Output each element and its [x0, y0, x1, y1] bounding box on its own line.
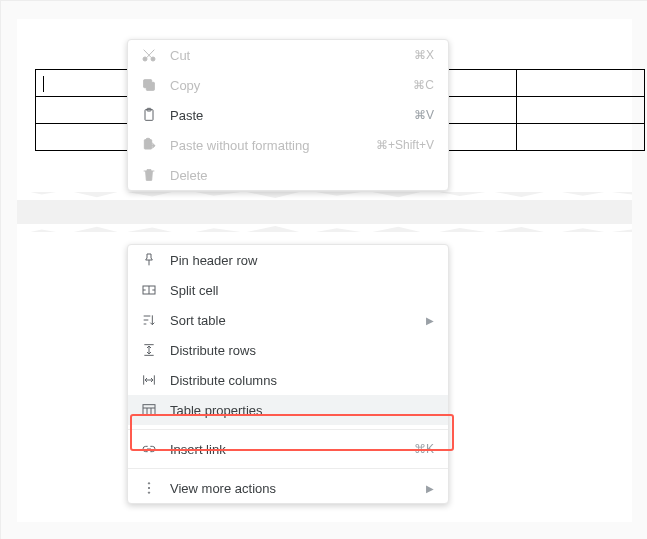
menu-item-label: Sort table	[170, 313, 426, 328]
menu-item-label: Cut	[170, 48, 414, 63]
more-icon	[140, 479, 158, 497]
menu-item-distribute-columns[interactable]: Distribute columns	[128, 365, 448, 395]
screenshot-canvas: ▾ Cut ⌘X Copy ⌘C Paste ⌘V Paste without …	[0, 0, 647, 539]
pin-icon	[140, 251, 158, 269]
distribute-rows-icon	[140, 341, 158, 359]
menu-item-paste-plain: Paste without formatting ⌘+Shift+V	[128, 130, 448, 160]
svg-rect-6	[146, 138, 149, 140]
menu-item-shortcut: ⌘V	[414, 108, 434, 122]
sort-icon	[140, 311, 158, 329]
menu-separator	[128, 429, 448, 430]
menu-item-sort-table[interactable]: Sort table ▶	[128, 305, 448, 335]
menu-item-pin-header[interactable]: Pin header row	[128, 245, 448, 275]
menu-item-shortcut: ⌘C	[413, 78, 434, 92]
menu-item-copy: Copy ⌘C	[128, 70, 448, 100]
torn-page-gap	[17, 192, 632, 232]
menu-item-more-actions[interactable]: View more actions ▶	[128, 473, 448, 503]
submenu-arrow-icon: ▶	[426, 315, 434, 326]
menu-item-label: Delete	[170, 168, 434, 183]
cut-icon	[140, 46, 158, 64]
menu-item-distribute-rows[interactable]: Distribute rows	[128, 335, 448, 365]
paste-icon	[140, 106, 158, 124]
delete-icon	[140, 166, 158, 184]
menu-item-split-cell[interactable]: Split cell	[128, 275, 448, 305]
menu-item-label: Table properties	[170, 403, 434, 418]
menu-item-paste[interactable]: Paste ⌘V	[128, 100, 448, 130]
menu-item-label: Insert link	[170, 442, 414, 457]
svg-point-10	[148, 487, 149, 488]
context-menu-bottom: Pin header row Split cell Sort table ▶ D…	[127, 244, 449, 504]
menu-item-shortcut: ⌘K	[414, 442, 434, 456]
svg-rect-5	[144, 140, 151, 149]
copy-icon	[140, 76, 158, 94]
svg-point-0	[143, 57, 147, 61]
menu-item-label: Distribute rows	[170, 343, 434, 358]
svg-point-9	[148, 483, 149, 484]
menu-item-insert-link[interactable]: Insert link ⌘K	[128, 434, 448, 464]
split-cell-icon	[140, 281, 158, 299]
menu-item-cut: Cut ⌘X	[128, 40, 448, 70]
menu-item-label: Copy	[170, 78, 413, 93]
paste-plain-icon	[140, 136, 158, 154]
menu-item-shortcut: ⌘X	[414, 48, 434, 62]
context-menu-top: Cut ⌘X Copy ⌘C Paste ⌘V Paste without fo…	[127, 39, 449, 191]
menu-item-label: Paste	[170, 108, 414, 123]
menu-separator	[128, 468, 448, 469]
menu-item-label: Split cell	[170, 283, 434, 298]
link-icon	[140, 440, 158, 458]
text-cursor	[43, 76, 44, 92]
table-properties-icon	[140, 401, 158, 419]
menu-item-label: Distribute columns	[170, 373, 434, 388]
document-page: ▾ Cut ⌘X Copy ⌘C Paste ⌘V Paste without …	[17, 19, 632, 522]
svg-rect-8	[143, 405, 155, 416]
svg-point-1	[151, 57, 155, 61]
distribute-columns-icon	[140, 371, 158, 389]
menu-item-label: View more actions	[170, 481, 426, 496]
svg-point-11	[148, 492, 149, 493]
submenu-arrow-icon: ▶	[426, 483, 434, 494]
menu-item-table-properties[interactable]: Table properties	[128, 395, 448, 425]
menu-item-delete: Delete	[128, 160, 448, 190]
menu-item-label: Pin header row	[170, 253, 434, 268]
menu-item-label: Paste without formatting	[170, 138, 376, 153]
menu-item-shortcut: ⌘+Shift+V	[376, 138, 434, 152]
